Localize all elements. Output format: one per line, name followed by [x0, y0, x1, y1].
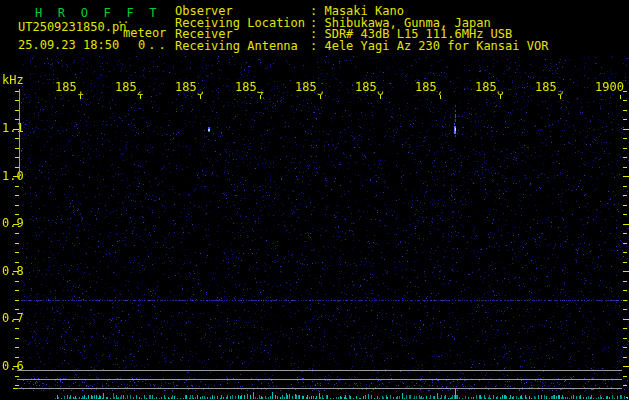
- time-tick-label: 1853: [175, 81, 204, 93]
- time-tick-label: 1855: [295, 81, 324, 93]
- spectrogram-canvas: [0, 0, 629, 400]
- freq-tick-label: 0.7: [2, 312, 24, 324]
- carrier-line: [17, 379, 622, 380]
- time-tick-label: 1900: [595, 81, 624, 93]
- freq-axis-unit-label: kHz: [2, 74, 24, 86]
- freq-tick-label: 1.1: [2, 122, 24, 134]
- freq-tick-label: 0.9: [2, 217, 24, 229]
- time-tick-label: 1854: [235, 81, 264, 93]
- time-tick-label: 1858: [475, 81, 504, 93]
- time-tick-label: 1856: [355, 81, 384, 93]
- scale-bar: [19, 89, 20, 180]
- time-tick-label: 1857: [415, 81, 444, 93]
- freq-tick-label: 0.8: [2, 265, 24, 277]
- time-tick-label: 1851: [55, 81, 84, 93]
- carrier-line: [17, 388, 622, 389]
- hrofft-window: H R O F F T UT2509231850.pn .. meteor 25…: [0, 0, 629, 400]
- time-tick-label: 1859: [535, 81, 564, 93]
- time-tick-label: 1852: [115, 81, 144, 93]
- freq-tick-label: 1.0: [2, 170, 24, 182]
- carrier-line: [17, 370, 622, 371]
